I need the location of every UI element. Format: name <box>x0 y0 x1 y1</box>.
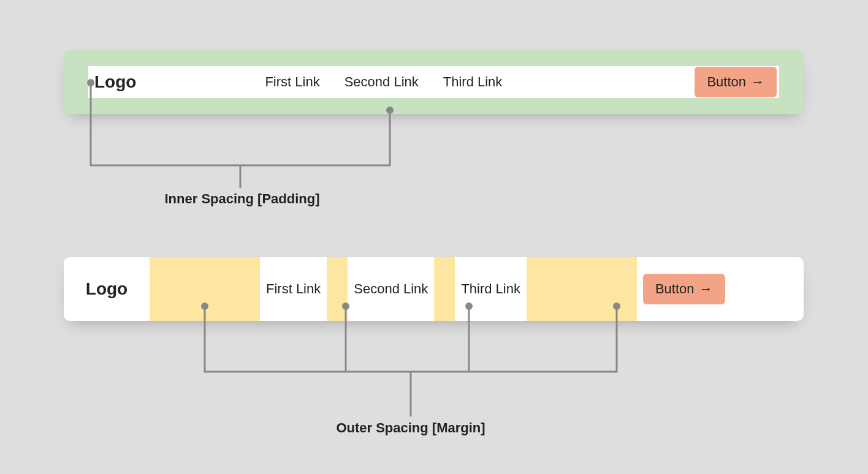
caption-padding: Inner Spacing [Padding] <box>120 191 365 207</box>
margin-gap <box>150 257 260 321</box>
nav-link-1[interactable]: First Link <box>260 257 327 321</box>
nav-link-1[interactable]: First Link <box>265 74 319 90</box>
cta-button[interactable]: Button → <box>643 274 725 304</box>
nav-link-2[interactable]: Second Link <box>345 74 419 90</box>
navbar-margin-example: Logo First Link Second Link Third Link B… <box>64 257 804 321</box>
caption-margin: Outer Spacing [Margin] <box>288 420 533 436</box>
navbar-padding-example: Logo First Link Second Link Third Link B… <box>64 50 804 114</box>
margin-gap <box>527 257 637 321</box>
cta-button[interactable]: Button → <box>695 67 777 97</box>
logo-text: Logo <box>64 257 150 321</box>
nav-links: First Link Second Link Third Link <box>265 74 502 90</box>
arrow-icon: → <box>699 281 713 297</box>
cta-button-label: Button <box>707 74 746 90</box>
nav-link-2[interactable]: Second Link <box>348 257 434 321</box>
logo-text: Logo <box>94 72 136 92</box>
diagram-canvas: Logo First Link Second Link Third Link B… <box>0 0 868 474</box>
margin-gap <box>434 257 455 321</box>
navbar-content-row: Logo First Link Second Link Third Link B… <box>88 66 779 98</box>
arrow-icon: → <box>751 74 764 90</box>
margin-gap <box>327 257 348 321</box>
cta-button-cell: Button → <box>637 257 731 321</box>
nav-link-3[interactable]: Third Link <box>443 74 503 90</box>
nav-link-3[interactable]: Third Link <box>455 257 527 321</box>
cta-button-label: Button <box>655 281 695 297</box>
